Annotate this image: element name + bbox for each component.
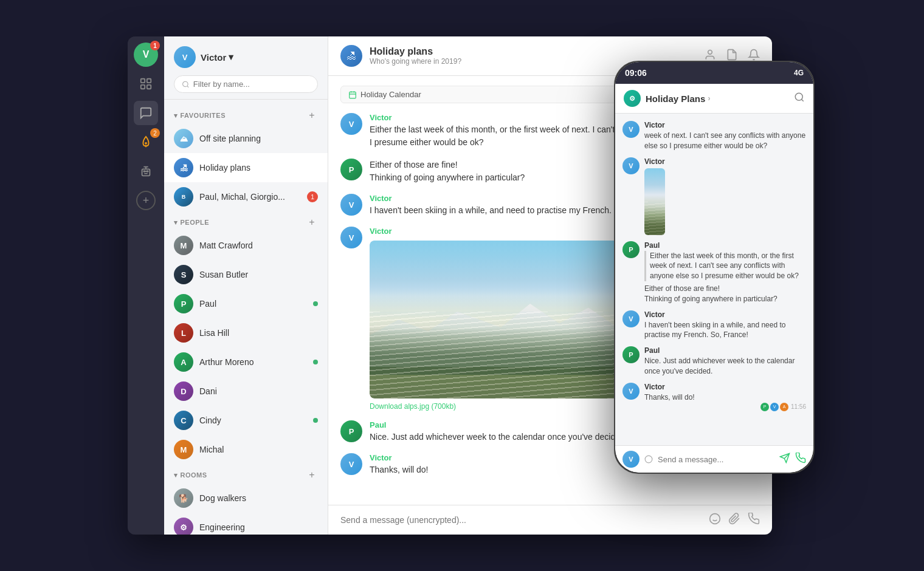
phone-screen: 09:06 4G ⚙ Holiday Plans › bbox=[615, 62, 813, 473]
group-avatar: B bbox=[174, 187, 193, 207]
phone-msg2-avatar: V bbox=[622, 157, 640, 174]
search-input[interactable] bbox=[193, 80, 310, 89]
sidebar-item-paul[interactable]: P Paul bbox=[164, 289, 328, 318]
sidebar-item-matt[interactable]: M Matt Crawford bbox=[164, 231, 328, 260]
lisa-name: Lisa Hill bbox=[199, 328, 318, 338]
sidebar-item-dani[interactable]: D Dani bbox=[164, 377, 328, 406]
attachment-icon[interactable] bbox=[728, 513, 740, 527]
phone-msg-3: P Paul Either the last week of this mont… bbox=[622, 241, 806, 304]
michal-avatar: M bbox=[174, 440, 193, 459]
user-initial: V bbox=[143, 49, 150, 60]
people-label: ▾ PEOPLE bbox=[174, 219, 209, 227]
svg-rect-1 bbox=[147, 79, 151, 83]
add-workspace-button[interactable]: + bbox=[136, 191, 156, 210]
phone-messages: V Victor week of next. I can't see any c… bbox=[615, 114, 813, 445]
sidebar-item-offsite[interactable]: ⛰ Off site planning bbox=[164, 124, 328, 153]
search-bar[interactable] bbox=[174, 75, 318, 93]
section-rooms[interactable]: ▾ ROOMS + bbox=[164, 464, 328, 484]
phone-msg3-sender: Paul bbox=[644, 241, 806, 250]
dani-name: Dani bbox=[199, 386, 318, 396]
user-name-dropdown[interactable]: Victor ▾ bbox=[201, 52, 233, 63]
sidebar-item-cindy[interactable]: C Cindy bbox=[164, 406, 328, 435]
user-name: Victor bbox=[201, 52, 226, 63]
msg2-content: Either of those are fine! Thinking of go… bbox=[370, 159, 525, 184]
chevron-icon: ▾ bbox=[174, 471, 178, 479]
msg2-avatar: P bbox=[340, 159, 362, 180]
add-favourite-button[interactable]: + bbox=[306, 109, 318, 121]
holiday-name: Holiday plans bbox=[199, 163, 318, 173]
user-avatar-icon[interactable]: V 1 bbox=[134, 43, 158, 67]
phone-emoji-icon[interactable] bbox=[644, 455, 653, 463]
emoji-icon[interactable] bbox=[709, 513, 721, 527]
phone-time: 09:06 bbox=[625, 68, 647, 78]
phone-timestamp: P V A 11:56 bbox=[644, 403, 806, 411]
cindy-name: Cindy bbox=[199, 415, 307, 425]
phone-msg-4: V Victor I haven't been skiing in a whil… bbox=[622, 310, 806, 341]
nav-grid-icon[interactable] bbox=[134, 72, 158, 96]
holiday-avatar: 🏖 bbox=[174, 158, 193, 177]
phone-message-input[interactable] bbox=[658, 455, 774, 464]
sidebar-item-lisa[interactable]: L Lisa Hill bbox=[164, 318, 328, 347]
svg-rect-0 bbox=[141, 79, 145, 83]
phone-msg1-avatar: V bbox=[622, 121, 640, 138]
thumb3: A bbox=[780, 403, 788, 411]
add-person-button[interactable]: + bbox=[306, 216, 318, 228]
offsite-avatar: ⛰ bbox=[174, 129, 193, 148]
msg1-avatar: V bbox=[340, 113, 362, 135]
svg-rect-10 bbox=[350, 92, 356, 98]
sidebar-item-holiday[interactable]: 🏖 Holiday plans bbox=[164, 153, 328, 182]
sidebar-item-susan[interactable]: S Susan Butler bbox=[164, 260, 328, 289]
message-input[interactable] bbox=[340, 515, 702, 525]
lisa-avatar: L bbox=[174, 323, 193, 343]
sidebar-item-engineering[interactable]: ⚙ Engineering bbox=[164, 513, 328, 535]
arthur-name: Arthur Moreno bbox=[199, 357, 307, 367]
msg3-avatar: V bbox=[340, 194, 362, 216]
thumb2: V bbox=[770, 403, 779, 411]
sidebar-item-dogwalkers[interactable]: 🐕 Dog walkers bbox=[164, 484, 328, 513]
svg-point-8 bbox=[183, 81, 188, 87]
phone-msg6-avatar: V bbox=[622, 383, 640, 400]
phone-msg-2: V Victor bbox=[622, 157, 806, 235]
msg5-avatar: P bbox=[340, 420, 362, 442]
phone-send-icon[interactable] bbox=[779, 453, 790, 466]
phone-msg6-body: Victor Thanks, will do! P V A 11:56 bbox=[644, 383, 806, 411]
svg-point-14 bbox=[710, 514, 720, 524]
nav-bot-icon[interactable] bbox=[134, 159, 158, 183]
svg-point-18 bbox=[645, 456, 652, 463]
section-people[interactable]: ▾ PEOPLE + bbox=[164, 211, 328, 231]
phone-msg5-text: Nice. Just add whichever week to the cal… bbox=[644, 356, 806, 377]
phone-msg5-sender: Paul bbox=[644, 346, 806, 355]
phone-ski-tracks bbox=[644, 202, 665, 235]
chevron-down-icon: ▾ bbox=[229, 52, 233, 63]
room-desc: Who's going where in 2019? bbox=[370, 57, 461, 66]
paul-online-indicator bbox=[313, 301, 318, 306]
rooms-label: ▾ ROOMS bbox=[174, 471, 207, 479]
svg-point-6 bbox=[143, 171, 145, 172]
nav-rocket-icon[interactable]: 2 bbox=[134, 130, 158, 154]
sidebar-item-group[interactable]: B Paul, Michal, Giorgio... 1 bbox=[164, 182, 328, 211]
phone-call-icon[interactable] bbox=[795, 453, 806, 466]
cindy-online-indicator bbox=[313, 418, 318, 423]
sidebar-item-michal[interactable]: M Michal bbox=[164, 435, 328, 464]
nav-chat-icon[interactable] bbox=[134, 101, 158, 125]
phone-msg2-sender: Victor bbox=[644, 157, 665, 166]
arthur-avatar: A bbox=[174, 352, 193, 372]
paul-name: Paul bbox=[199, 299, 307, 309]
phone-chat-header: ⚙ Holiday Plans › bbox=[615, 84, 813, 114]
phone-msg3-quote: Either the last week of this month, or t… bbox=[644, 251, 806, 281]
phone-msg3-body: Paul Either the last week of this month,… bbox=[644, 241, 806, 304]
phone-msg2-body: Victor bbox=[644, 157, 665, 235]
phone-status-bar: 09:06 4G bbox=[615, 62, 813, 84]
room-info: Holiday plans Who's going where in 2019? bbox=[370, 46, 461, 66]
phone-msg-1: V Victor week of next. I can't see any c… bbox=[622, 121, 806, 151]
phone-msg6-time: 11:56 bbox=[791, 403, 806, 410]
msg6-text: Thanks, will do! bbox=[370, 463, 428, 476]
sidebar-item-arthur[interactable]: A Arthur Moreno bbox=[164, 347, 328, 377]
offsite-name: Off site planning bbox=[199, 134, 318, 143]
audio-icon[interactable] bbox=[748, 513, 760, 527]
paul-avatar: P bbox=[174, 294, 193, 313]
group-badge: 1 bbox=[307, 191, 318, 202]
section-favourites[interactable]: ▾ FAVOURITES + bbox=[164, 104, 328, 124]
phone-search-icon[interactable] bbox=[794, 92, 805, 105]
add-room-button[interactable]: + bbox=[306, 469, 318, 481]
